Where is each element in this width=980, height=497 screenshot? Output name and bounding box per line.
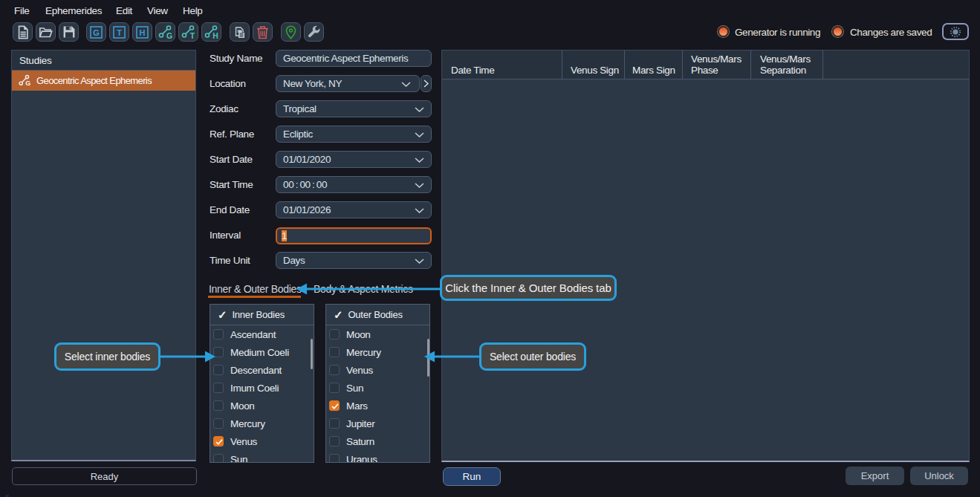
svg-text:G: G (93, 27, 100, 36)
svg-text:H: H (140, 27, 146, 36)
svg-text:H: H (212, 31, 218, 40)
svg-text:G: G (25, 79, 30, 87)
svg-text:G: G (166, 31, 172, 40)
svg-text:T: T (189, 31, 195, 40)
svg-text:T: T (117, 27, 122, 36)
